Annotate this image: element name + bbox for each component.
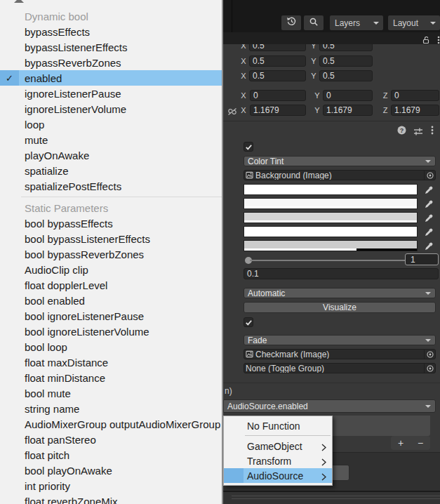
- parameter-menu-item[interactable]: ✓ float panStereo: [0, 432, 222, 447]
- slider-track[interactable]: [250, 260, 405, 261]
- kebab-menu-icon[interactable]: [431, 125, 434, 138]
- parameter-menu-item[interactable]: ✓ float reverbZoneMix: [0, 493, 222, 504]
- parameter-menu-item[interactable]: ✓ float maxDistance: [0, 354, 222, 370]
- y-value-field[interactable]: 0.5: [319, 55, 373, 67]
- toggle-transition-dropdown[interactable]: Fade: [244, 335, 436, 345]
- x-value-field[interactable]: 1.1679: [250, 105, 306, 116]
- help-icon[interactable]: ?: [397, 125, 406, 138]
- parameter-menu-item[interactable]: ✓ ignoreListenerPause: [0, 86, 222, 101]
- parameter-menu-item[interactable]: ✓ bool enabled: [0, 293, 222, 308]
- parameter-menu-item[interactable]: ✓ AudioClip clip: [0, 262, 222, 277]
- target-graphic-field[interactable]: Background (Image): [244, 170, 436, 180]
- parameter-menu-item[interactable]: ✓ mute: [0, 132, 222, 147]
- z-value-field[interactable]: 0: [391, 90, 439, 101]
- parameter-menu-item[interactable]: ✓ int priority: [0, 478, 222, 493]
- slider-value-field[interactable]: 1: [405, 253, 439, 265]
- context-menu-item[interactable]: GameObject: [224, 439, 332, 453]
- eyedropper-icon[interactable]: [424, 241, 433, 254]
- parameter-menu-item[interactable]: ✓ bool mute: [0, 385, 222, 401]
- y-value-field[interactable]: 0: [323, 90, 373, 101]
- search-button[interactable]: [304, 15, 324, 30]
- parameter-menu-item[interactable]: ✓ float dopplerLevel: [0, 277, 222, 293]
- broken-link-icon[interactable]: [227, 106, 237, 119]
- parameter-menu-item[interactable]: ✓ bool ignoreListenerPause: [0, 308, 222, 324]
- history-button[interactable]: [281, 15, 301, 30]
- color-swatch[interactable]: [244, 198, 418, 209]
- x-value-field[interactable]: 0.5: [249, 55, 306, 67]
- y-value-field[interactable]: 1.1679: [323, 105, 373, 116]
- parameter-menu-item[interactable]: ✓ enabled: [0, 70, 222, 86]
- anchor-vector2-row[interactable]: X 0.5 Y 0.5: [223, 55, 440, 67]
- parameter-menu-item[interactable]: ✓ bypassListenerEffects: [0, 39, 222, 55]
- eyedropper-icon[interactable]: [424, 227, 433, 240]
- parameter-menu-item-label: spatialize: [25, 165, 69, 177]
- anchor-vector2-row[interactable]: X 0.5 Y 0.5: [223, 44, 440, 51]
- color-swatch-row[interactable]: [223, 184, 440, 195]
- y-axis-label: Y: [310, 70, 317, 81]
- context-menu-item[interactable]: AudioSource: [224, 468, 332, 483]
- graphic-field[interactable]: Checkmark (Image): [244, 349, 436, 359]
- parameter-menu-item[interactable]: ✓ loop: [0, 117, 222, 132]
- eyedropper-icon[interactable]: [424, 199, 433, 212]
- parameter-menu-item[interactable]: ✓ bool bypassReverbZones: [0, 246, 222, 262]
- object-picker-icon[interactable]: [424, 171, 435, 180]
- color-swatch[interactable]: [244, 240, 418, 251]
- color-swatch-row[interactable]: [223, 212, 440, 223]
- z-value-field[interactable]: 1.1679: [391, 105, 439, 116]
- image-icon: [246, 171, 253, 179]
- component-enabled-checkbox[interactable]: [244, 142, 253, 152]
- x-value-field[interactable]: 0.5: [249, 44, 306, 51]
- color-swatch-row[interactable]: [223, 198, 440, 209]
- x-value-field[interactable]: 0.5: [249, 70, 306, 81]
- y-value-field[interactable]: 0.5: [319, 44, 373, 51]
- navigation-dropdown[interactable]: Automatic: [244, 288, 436, 298]
- parameter-menu-item[interactable]: ✓ spatialize: [0, 163, 222, 178]
- parameter-menu-item[interactable]: ✓ bool ignoreListenerVolume: [0, 324, 222, 339]
- transition-dropdown[interactable]: Color Tint: [244, 156, 436, 166]
- parameter-menu-item[interactable]: ✓ bypassEffects: [0, 24, 222, 39]
- eyedropper-icon[interactable]: [424, 213, 433, 226]
- parameter-menu-item[interactable]: ✓ ignoreListenerVolume: [0, 101, 222, 117]
- layout-dropdown[interactable]: Layout: [388, 15, 440, 30]
- fade-duration-field[interactable]: 0.1: [244, 268, 439, 279]
- parameter-menu-item[interactable]: ✓ float pitch: [0, 447, 222, 463]
- layers-dropdown[interactable]: Layers: [330, 15, 383, 30]
- parameter-menu-item-label: bool playOnAwake: [25, 465, 112, 477]
- object-picker-icon[interactable]: [424, 350, 435, 359]
- parameter-menu-item[interactable]: ✓ bool playOnAwake: [0, 463, 222, 478]
- add-event-button[interactable]: +: [398, 437, 404, 449]
- eyedropper-icon[interactable]: [424, 185, 433, 198]
- y-value-field[interactable]: 0.5: [319, 70, 373, 81]
- visualize-button[interactable]: Visualize: [244, 302, 436, 313]
- group-field[interactable]: None (Toggle Group): [244, 363, 436, 373]
- x-axis-label: X: [240, 44, 247, 51]
- x-value-field[interactable]: 0: [250, 90, 306, 101]
- parameter-menu-item[interactable]: ✓ bypassReverbZones: [0, 55, 222, 70]
- context-menu-item[interactable]: Transform: [224, 453, 332, 468]
- parameter-menu-item-label: bool mute: [25, 387, 71, 399]
- color-swatch[interactable]: [244, 184, 418, 195]
- color-swatch-row[interactable]: [223, 226, 440, 237]
- parameter-menu-item[interactable]: ✓ bool loop: [0, 339, 222, 354]
- parameter-menu-item[interactable]: ✓ float minDistance: [0, 370, 222, 385]
- layers-dropdown-label: Layers: [335, 18, 360, 28]
- anchor-vector2-row[interactable]: X 0.5 Y 0.5: [223, 70, 440, 81]
- is-on-checkbox[interactable]: [244, 317, 253, 327]
- color-swatch-row[interactable]: [223, 240, 440, 251]
- object-picker-icon[interactable]: [424, 364, 435, 373]
- color-swatch[interactable]: [244, 212, 418, 223]
- scroll-up-icon[interactable]: [14, 0, 24, 3]
- parameter-menu-item[interactable]: ✓ bool bypassEffects: [0, 215, 222, 231]
- parameter-menu-item[interactable]: ✓ bool bypassListenerEffects: [0, 231, 222, 246]
- presets-icon[interactable]: [413, 126, 423, 138]
- context-menu-item[interactable]: No Function: [224, 418, 332, 433]
- parameter-menu-item[interactable]: ✓ AudioMixerGroup outputAudioMixerGroup: [0, 416, 222, 432]
- gutter: [224, 468, 244, 483]
- parameter-menu-item[interactable]: ✓ spatializePostEffects: [0, 178, 222, 194]
- remove-event-button[interactable]: −: [418, 437, 423, 449]
- parameter-menu-item[interactable]: ✓ string name: [0, 401, 222, 416]
- parameter-menu-item[interactable]: ✓ playOnAwake: [0, 147, 222, 163]
- parameter-menu-item-label: bool loop: [25, 341, 67, 353]
- color-swatch[interactable]: [244, 226, 418, 237]
- function-dropdown[interactable]: AudioSource.enabled: [223, 399, 436, 413]
